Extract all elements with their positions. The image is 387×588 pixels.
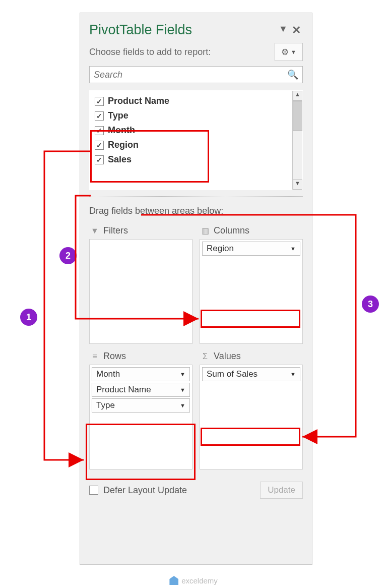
scroll-down-icon[interactable]: ▼ [293, 180, 302, 190]
watermark-logo-icon [169, 576, 178, 585]
drop-areas: ▼ Filters ▥ Columns Region ▼ ≡ Rows [80, 221, 312, 471]
pill-label: Month [96, 369, 120, 379]
checkbox-checked-icon[interactable]: ✓ [95, 155, 104, 164]
choose-fields-label: Choose fields to add to report: [89, 47, 275, 57]
rows-dropzone[interactable]: Month ▼ Product Name ▼ Type ▼ [89, 365, 192, 469]
pill-label: Type [96, 400, 115, 410]
field-list-inner: ✓ Product Name ✓ Type ✓ Month ✓ Region ✓… [90, 91, 292, 190]
field-label: Type [108, 110, 128, 121]
panel-options-caret-icon[interactable]: ▼ [277, 24, 290, 37]
panel-header: PivotTable Fields ▼ ✕ [80, 13, 312, 41]
column-pill-region[interactable]: Region ▼ [202, 242, 300, 256]
field-item-type[interactable]: ✓ Type [91, 108, 291, 123]
field-item-month[interactable]: ✓ Month [91, 123, 291, 138]
rows-icon: ≡ [90, 352, 99, 361]
checkbox-checked-icon[interactable]: ✓ [95, 111, 104, 121]
row-pill-type[interactable]: Type ▼ [92, 398, 190, 413]
chevron-down-icon: ▼ [180, 371, 185, 377]
search-input[interactable] [94, 70, 287, 80]
area-title: Filters [103, 225, 128, 236]
footer-row: Defer Layout Update Update [80, 471, 312, 499]
drag-fields-label: Drag fields between areas below: [80, 197, 312, 221]
value-pill-sum-sales[interactable]: Sum of Sales ▼ [202, 367, 300, 381]
field-item-product-name[interactable]: ✓ Product Name [91, 94, 291, 108]
chevron-down-icon: ▼ [290, 246, 296, 252]
panel-title: PivotTable Fields [89, 22, 277, 38]
update-button[interactable]: Update [260, 482, 303, 499]
field-label: Product Name [108, 96, 169, 106]
pill-label: Sum of Sales [207, 369, 257, 379]
field-list: ✓ Product Name ✓ Type ✓ Month ✓ Region ✓… [89, 90, 303, 190]
checkbox-checked-icon[interactable]: ✓ [95, 97, 104, 106]
pivottable-fields-panel: PivotTable Fields ▼ ✕ Choose fields to a… [80, 13, 312, 565]
search-box[interactable]: 🔍 [89, 66, 303, 83]
field-item-sales[interactable]: ✓ Sales [91, 152, 291, 167]
chevron-down-icon: ▼ [180, 387, 185, 393]
scroll-thumb[interactable] [293, 101, 302, 131]
sub-header-row: Choose fields to add to report: ⚙ ▼ [80, 41, 312, 66]
scrollbar[interactable]: ▲ ▼ [292, 91, 302, 190]
annotation-badge-3: 3 [362, 296, 379, 313]
row-pill-product-name[interactable]: Product Name ▼ [92, 383, 190, 397]
watermark-text: exceldemy [181, 576, 218, 585]
field-item-region[interactable]: ✓ Region [91, 138, 291, 152]
watermark: exceldemy [169, 576, 218, 585]
defer-label: Defer Layout Update [103, 485, 255, 496]
columns-icon: ▥ [201, 226, 210, 236]
gear-icon: ⚙ [281, 47, 289, 57]
search-wrap: 🔍 [80, 66, 312, 87]
close-icon[interactable]: ✕ [290, 24, 303, 37]
annotation-badge-1: 1 [20, 309, 37, 326]
annotation-badge-2: 2 [59, 247, 77, 264]
pill-label: Region [207, 244, 234, 254]
chevron-down-icon: ▼ [180, 402, 185, 408]
columns-dropzone[interactable]: Region ▼ [200, 239, 303, 344]
area-values: Σ Values Sum of Sales ▼ [200, 351, 303, 469]
checkbox-checked-icon[interactable]: ✓ [95, 141, 104, 150]
field-label: Month [108, 125, 135, 136]
filter-icon: ▼ [90, 226, 99, 236]
field-label: Region [108, 140, 139, 150]
defer-checkbox[interactable] [89, 486, 98, 495]
area-columns: ▥ Columns Region ▼ [200, 225, 303, 344]
filters-dropzone[interactable] [89, 239, 192, 344]
values-dropzone[interactable]: Sum of Sales ▼ [200, 365, 303, 469]
pill-label: Product Name [96, 385, 151, 395]
checkbox-checked-icon[interactable]: ✓ [95, 126, 104, 135]
area-filters: ▼ Filters [89, 225, 192, 344]
area-title: Values [214, 351, 241, 362]
scroll-up-icon[interactable]: ▲ [293, 91, 302, 101]
field-label: Sales [108, 154, 132, 165]
chevron-down-icon: ▼ [291, 49, 296, 55]
scroll-track[interactable] [293, 101, 302, 180]
chevron-down-icon: ▼ [290, 371, 296, 377]
search-icon: 🔍 [287, 69, 298, 80]
area-rows: ≡ Rows Month ▼ Product Name ▼ Type ▼ [89, 351, 192, 469]
sigma-icon: Σ [201, 352, 210, 361]
area-title: Rows [103, 351, 126, 362]
row-pill-month[interactable]: Month ▼ [92, 367, 190, 381]
area-title: Columns [214, 225, 249, 236]
settings-button[interactable]: ⚙ ▼ [275, 43, 303, 61]
